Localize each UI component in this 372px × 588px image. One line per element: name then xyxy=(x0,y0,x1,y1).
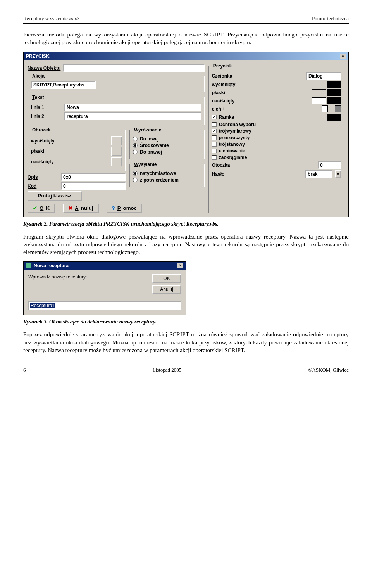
chk-ochrona[interactable] xyxy=(212,122,217,127)
do-lewej-label: Do lewej xyxy=(140,136,159,142)
obrazek-nacisniety: naciśnięty xyxy=(31,159,109,164)
wyc-color1[interactable] xyxy=(312,81,326,88)
akcja-legend: AAkcjakcja xyxy=(31,73,46,79)
wyrownanie-legend: Wyrównanie xyxy=(133,127,162,133)
paragraph-2: Program skryptu otwiera okno dialogowe p… xyxy=(23,233,349,256)
dialog2-input[interactable]: Receptura1 xyxy=(30,303,55,308)
trojwym-label: trójwymiarowy xyxy=(219,128,251,134)
tekst-group: Tekst linia 1 linia 2 xyxy=(28,95,205,125)
otoczka-input[interactable] xyxy=(318,161,341,169)
wysylanie-legend: Wysyłanie xyxy=(133,162,158,167)
obrazek-wyc-button[interactable] xyxy=(111,136,122,145)
ochrona-label: Ochrona wyboru xyxy=(219,122,256,127)
chk-trojwym[interactable] xyxy=(212,129,217,133)
obrazek-plaski: płaski xyxy=(31,149,109,154)
otoczka-label: Otoczka xyxy=(212,163,315,168)
radio-natychmiastowe[interactable] xyxy=(133,171,138,176)
header-right: Pomoc techniczna xyxy=(312,16,349,22)
kod-input[interactable] xyxy=(61,182,126,190)
wyrownanie-group: Wyrównanie Do lewej Środkowanie Do prawe… xyxy=(129,127,205,159)
ramka-label: Ramka xyxy=(219,114,325,120)
ok-button[interactable]: ✔OOKK xyxy=(28,204,55,213)
dialog2-close-icon[interactable]: × xyxy=(177,263,183,268)
akcja-input[interactable] xyxy=(31,81,96,89)
srodkowanie-label: Środkowanie xyxy=(140,143,169,148)
help-icon: ? xyxy=(112,205,115,211)
chk-trojst[interactable] xyxy=(212,142,217,147)
czcionka-input[interactable] xyxy=(306,72,341,80)
nowa-receptura-dialog: Nowa receptura × Wprowadź nazwę receptur… xyxy=(23,261,186,315)
obrazek-legend: Obrazek xyxy=(31,127,52,133)
x-icon: ✖ xyxy=(68,205,72,211)
radio-do-lewej[interactable] xyxy=(133,137,138,141)
trojst-label: trójstanowy xyxy=(219,142,245,147)
chevron-down-icon[interactable]: ▾ xyxy=(335,170,341,178)
cien-minus-label: - xyxy=(331,106,332,112)
nacisniety-label: naciśnięty xyxy=(212,98,311,104)
haslo-label: Hasło xyxy=(212,171,303,177)
ramka-color[interactable] xyxy=(327,114,341,121)
app-icon xyxy=(26,263,31,268)
paragraph-1: Pierwsza metoda polega na wykorzystaniu … xyxy=(23,31,349,47)
radio-do-prawej[interactable] xyxy=(133,150,138,154)
close-icon[interactable]: × xyxy=(340,54,346,59)
footer-date: Listopad 2005 xyxy=(153,367,182,373)
check-icon: ✔ xyxy=(33,205,37,211)
cien-plus-label: cień + xyxy=(212,106,320,112)
nazwa-input[interactable] xyxy=(63,64,204,72)
akcja-group: AAkcjakcja xyxy=(28,73,205,92)
nac-color2[interactable] xyxy=(327,97,341,104)
anuluj-button[interactable]: ✖Anuluj xyxy=(63,204,98,213)
chk-cien[interactable] xyxy=(212,149,217,153)
chk-przezr[interactable] xyxy=(212,135,217,140)
dialog-title: PRZYCISK xyxy=(26,54,50,59)
dialog2-title: Nowa receptura xyxy=(34,263,69,268)
zaokr-label: zaokrąglanie xyxy=(219,155,247,160)
opis-label: Opis xyxy=(28,175,59,180)
obrazek-pla-button[interactable] xyxy=(111,147,122,156)
footer-company: ©ASKOM, Gliwice xyxy=(308,367,349,373)
caption-2: Rysunek 3. Okno służące do deklarowania … xyxy=(23,319,349,325)
obrazek-wycisniety: wyciśnięty xyxy=(31,138,109,144)
pomoc-button[interactable]: ?Pomoc xyxy=(107,204,143,213)
pla-color2[interactable] xyxy=(327,89,341,96)
radio-z-potwierdzeniem[interactable] xyxy=(133,178,138,182)
paragraph-3: Poprzez odpowiednie sparametryzowanie ak… xyxy=(23,330,349,354)
natychmiastowe-label: natychmiastowe xyxy=(140,171,176,176)
wycisniety-label: wyciśnięty xyxy=(212,82,311,87)
podaj-klawisz-button[interactable]: Podaj klawisz xyxy=(28,191,82,201)
footer-page: 6 xyxy=(23,367,26,373)
nazwa-label: Nazwa Obiektu xyxy=(28,66,60,71)
wyc-color2[interactable] xyxy=(327,81,341,88)
caption-1: Rysunek 2. Parametryzacja obiektu PRZYCI… xyxy=(23,221,349,227)
wysylanie-group: Wysyłanie natychmiastowe z potwierdzenie… xyxy=(129,162,205,187)
przycisk-legend: Przycisk xyxy=(212,63,233,69)
do-prawej-label: Do prawej xyxy=(140,149,162,155)
chk-ramka[interactable] xyxy=(212,115,217,119)
cien-label: cieniowanie xyxy=(219,148,245,154)
haslo-input[interactable] xyxy=(305,170,332,178)
dialog2-ok-button[interactable]: OK xyxy=(152,274,181,283)
obrazek-nac-button[interactable] xyxy=(111,157,122,166)
linia1-input[interactable] xyxy=(64,104,201,111)
header-left: Receptury w systemie asix3 xyxy=(23,16,80,22)
przezr-label: przezroczysty xyxy=(219,135,250,140)
dialog2-cancel-button[interactable]: Anuluj xyxy=(152,285,181,294)
radio-srodkowanie[interactable] xyxy=(133,143,138,148)
tekst-legend: Tekst xyxy=(31,95,45,100)
linia2-input[interactable] xyxy=(64,112,201,120)
chk-zaokr[interactable] xyxy=(212,155,217,160)
dialog2-prompt: Wprowadź nazwę receptury: xyxy=(28,274,87,280)
linia1-label: linia 1 xyxy=(31,105,62,110)
opis-input[interactable] xyxy=(61,173,126,181)
nac-color1[interactable] xyxy=(312,97,326,104)
obrazek-group: Obrazek wyciśnięty płaski naciśnięty xyxy=(28,127,126,171)
kod-label: Kod xyxy=(28,183,59,189)
cienp-color[interactable] xyxy=(322,105,328,112)
czcionka-label: Czcionka xyxy=(212,73,304,79)
cienm-color[interactable] xyxy=(335,105,341,112)
header-rule xyxy=(23,23,349,24)
plaski-label: płaski xyxy=(212,90,311,95)
pla-color1[interactable] xyxy=(312,89,326,96)
przycisk-dialog: PRZYCISK × Nazwa Obiektu AAkcjakcja Teks… xyxy=(23,52,349,217)
